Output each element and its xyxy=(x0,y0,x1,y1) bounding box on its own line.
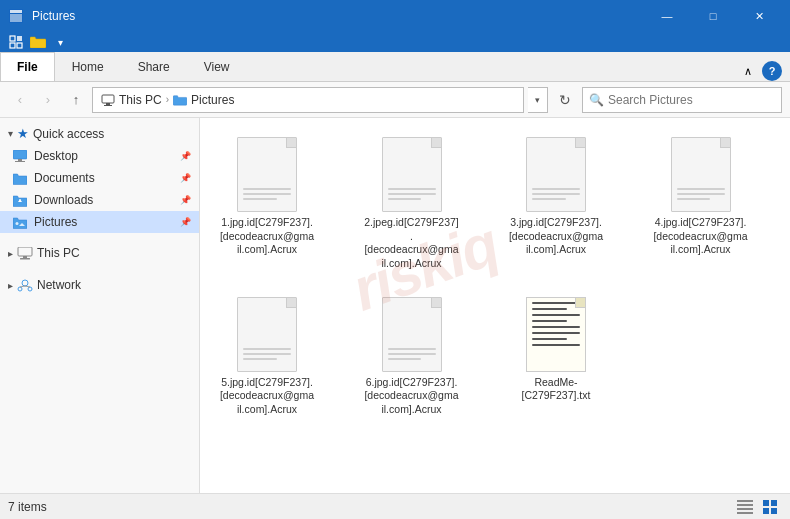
file-item-5[interactable]: 5.jpg.id[C279F237].[decodeacrux@gmail.co… xyxy=(212,290,322,424)
path-part-thispc[interactable]: This PC xyxy=(119,93,162,107)
path-separator-1: › xyxy=(166,94,169,105)
svg-rect-27 xyxy=(737,508,753,510)
svg-point-15 xyxy=(16,222,19,225)
folder-icon-path xyxy=(173,94,187,106)
sidebar-header-this-pc[interactable]: ▸ This PC xyxy=(0,241,199,265)
title-bar: Pictures — □ ✕ xyxy=(0,0,790,32)
sidebar-label-downloads: Downloads xyxy=(34,193,174,207)
svg-rect-11 xyxy=(18,159,22,161)
svg-line-23 xyxy=(20,286,25,287)
svg-point-21 xyxy=(18,287,22,291)
search-input[interactable] xyxy=(608,93,775,107)
downloads-pin-icon: 📌 xyxy=(180,195,191,205)
search-icon: 🔍 xyxy=(589,93,604,107)
svg-rect-7 xyxy=(102,95,114,103)
desktop-icon xyxy=(12,148,28,164)
main-area: ▾ ★ Quick access Desktop 📌 Do xyxy=(0,118,790,493)
sidebar-label-desktop: Desktop xyxy=(34,149,174,163)
svg-point-20 xyxy=(22,280,28,286)
tab-share[interactable]: Share xyxy=(121,52,187,81)
window-controls: — □ ✕ xyxy=(644,0,782,32)
file-area: 1.jpg.id[C279F237].[decodeacrux@gmail.co… xyxy=(200,118,790,493)
file-icon-4 xyxy=(671,137,731,212)
file-item-4[interactable]: 4.jpg.id[C279F237].[decodeacrux@gmail.co… xyxy=(646,130,756,278)
address-bar: ‹ › ↑ This PC › Pictures ▾ ↻ 🔍 xyxy=(0,82,790,118)
desktop-pin-icon: 📌 xyxy=(180,151,191,161)
sidebar-item-pictures[interactable]: Pictures 📌 xyxy=(0,211,199,233)
minimize-button[interactable]: — xyxy=(644,0,690,32)
svg-rect-25 xyxy=(737,500,753,502)
qat-dropdown-button[interactable]: ▾ xyxy=(52,34,68,50)
item-count-label: 7 items xyxy=(8,500,47,514)
file-item-6[interactable]: 6.jpg.id[C279F237].[decodeacrux@gmail.co… xyxy=(357,290,467,424)
svg-rect-26 xyxy=(737,504,753,506)
sidebar-label-documents: Documents xyxy=(34,171,174,185)
svg-line-24 xyxy=(25,286,30,287)
network-icon xyxy=(17,277,33,293)
svg-rect-28 xyxy=(737,512,753,514)
sidebar-item-desktop[interactable]: Desktop 📌 xyxy=(0,145,199,167)
files-grid: 1.jpg.id[C279F237].[decodeacrux@gmail.co… xyxy=(212,130,778,423)
qat-folder-button[interactable] xyxy=(30,34,46,50)
sidebar-label-network: Network xyxy=(37,278,81,292)
svg-rect-19 xyxy=(20,258,30,260)
svg-rect-18 xyxy=(23,256,27,258)
sidebar: ▾ ★ Quick access Desktop 📌 Do xyxy=(0,118,200,493)
file-icon-5 xyxy=(237,297,297,372)
sidebar-header-quick-access[interactable]: ▾ ★ Quick access xyxy=(0,122,199,145)
sidebar-label-quick-access: Quick access xyxy=(33,127,104,141)
file-item-1[interactable]: 1.jpg.id[C279F237].[decodeacrux@gmail.co… xyxy=(212,130,322,278)
tab-home[interactable]: Home xyxy=(55,52,121,81)
file-item-2[interactable]: 2.jpeg.id[C279F237].[decodeacrux@gmail.c… xyxy=(357,130,467,278)
file-name-3: 3.jpg.id[C279F237].[decodeacrux@gmail.co… xyxy=(508,216,604,257)
svg-rect-1 xyxy=(10,10,22,13)
svg-rect-5 xyxy=(10,43,15,48)
svg-point-22 xyxy=(28,287,32,291)
maximize-button[interactable]: □ xyxy=(690,0,736,32)
svg-rect-8 xyxy=(106,103,110,105)
file-name-4: 4.jpg.id[C279F237].[decodeacrux@gmail.co… xyxy=(653,216,749,257)
close-button[interactable]: ✕ xyxy=(736,0,782,32)
refresh-button[interactable]: ↻ xyxy=(552,87,578,113)
svg-rect-29 xyxy=(763,500,769,506)
svg-rect-31 xyxy=(763,508,769,514)
ribbon-collapse-button[interactable]: ∧ xyxy=(738,61,758,81)
svg-rect-12 xyxy=(15,161,25,162)
documents-pin-icon: 📌 xyxy=(180,173,191,183)
sidebar-header-network[interactable]: ▸ Network xyxy=(0,273,199,297)
app-icon xyxy=(8,8,24,24)
downloads-icon xyxy=(12,192,28,208)
svg-rect-2 xyxy=(10,14,22,22)
tab-file[interactable]: File xyxy=(0,52,55,81)
details-view-button[interactable] xyxy=(734,496,756,518)
tab-view[interactable]: View xyxy=(187,52,247,81)
view-controls xyxy=(734,496,782,518)
quick-access-expand-icon: ▾ xyxy=(8,128,13,139)
address-dropdown-button[interactable]: ▾ xyxy=(528,87,548,113)
large-icons-view-button[interactable] xyxy=(760,496,782,518)
file-name-5: 5.jpg.id[C279F237].[decodeacrux@gmail.co… xyxy=(219,376,315,417)
file-icon-2 xyxy=(382,137,442,212)
forward-button[interactable]: › xyxy=(36,88,60,112)
up-button[interactable]: ↑ xyxy=(64,88,88,112)
file-icon-6 xyxy=(382,297,442,372)
help-button[interactable]: ? xyxy=(762,61,782,81)
back-button[interactable]: ‹ xyxy=(8,88,32,112)
sidebar-item-documents[interactable]: Documents 📌 xyxy=(0,167,199,189)
ribbon-tabs: File Home Share View ∧ ? xyxy=(0,52,790,82)
status-bar: 7 items xyxy=(0,493,790,519)
file-icon-7 xyxy=(526,297,586,372)
svg-rect-32 xyxy=(771,508,777,514)
file-item-7[interactable]: ReadMe-[C279F237].txt xyxy=(501,290,611,424)
file-icon-3 xyxy=(526,137,586,212)
file-item-3[interactable]: 3.jpg.id[C279F237].[decodeacrux@gmail.co… xyxy=(501,130,611,278)
search-box[interactable]: 🔍 xyxy=(582,87,782,113)
file-icon-1 xyxy=(237,137,297,212)
svg-rect-9 xyxy=(104,105,112,106)
sidebar-item-downloads[interactable]: Downloads 📌 xyxy=(0,189,199,211)
sidebar-label-pictures: Pictures xyxy=(34,215,174,229)
address-path[interactable]: This PC › Pictures xyxy=(92,87,524,113)
this-pc-icon xyxy=(17,245,33,261)
path-part-pictures[interactable]: Pictures xyxy=(191,93,234,107)
qat-properties-button[interactable] xyxy=(8,34,24,50)
